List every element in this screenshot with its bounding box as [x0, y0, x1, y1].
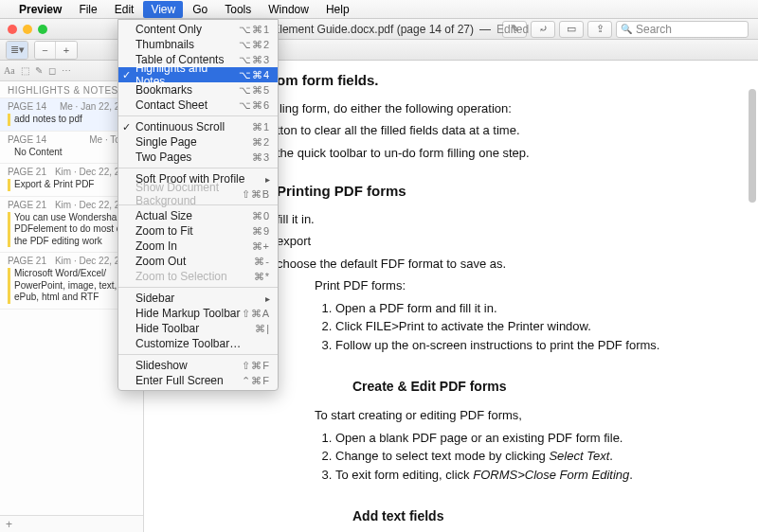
menu-item[interactable]: Two Pages⌘3: [118, 150, 278, 165]
menu-item-shortcut: ⌥⌘2: [239, 39, 270, 51]
menu-item-shortcut: ⌥⌘1: [239, 24, 270, 36]
menu-help[interactable]: Help: [318, 1, 357, 18]
menu-separator: [118, 354, 278, 355]
body-text: lling form, do either the following oper…: [277, 99, 730, 118]
menu-item-shortcut: ⇧⌘F: [242, 360, 270, 372]
highlight-button[interactable]: ▭: [559, 21, 584, 38]
menu-item-shortcut: ⇧⌘B: [242, 188, 270, 201]
sidebar-toggle-icon[interactable]: ≣▾: [7, 42, 27, 59]
menu-edit[interactable]: Edit: [107, 1, 142, 18]
menu-item-label: Bookmarks: [135, 83, 192, 97]
menu-item[interactable]: Slideshow⇧⌘F: [118, 358, 278, 373]
search-icon: 🔍: [621, 24, 632, 34]
share-button[interactable]: ⇪: [587, 21, 612, 38]
menu-item-shortcut: ⌘*: [254, 271, 270, 283]
menu-item[interactable]: Bookmarks⌥⌘5: [118, 82, 278, 98]
close-window-button[interactable]: [8, 25, 17, 34]
vertical-scrollbar[interactable]: [749, 89, 756, 203]
menu-item-shortcut: ⌥⌘4: [239, 69, 270, 81]
zoom-out-icon[interactable]: −: [35, 42, 56, 59]
menu-item[interactable]: Hide Toolbar⌘|: [118, 321, 278, 336]
menu-item[interactable]: Content Only⌥⌘1: [118, 22, 278, 37]
zoom-window-button[interactable]: [38, 25, 47, 34]
menu-view[interactable]: View: [143, 1, 183, 18]
menu-item[interactable]: Thumbnails⌥⌘2: [118, 37, 278, 52]
view-mode-segment[interactable]: ≣▾: [6, 41, 28, 60]
note-text: No Content: [8, 147, 135, 159]
list-item: Follow up the on-screen instructions to …: [335, 336, 730, 355]
note-page: PAGE 21: [8, 200, 46, 210]
menu-item[interactable]: Zoom In⌘+: [118, 239, 278, 254]
menu-item[interactable]: Highlights and Notes⌥⌘4: [118, 67, 278, 82]
menu-item-label: Sidebar: [135, 292, 174, 305]
zoom-segment[interactable]: − +: [34, 41, 78, 60]
pencil-tool-icon[interactable]: ✎: [35, 65, 43, 76]
menu-item[interactable]: Actual Size⌘0: [118, 208, 278, 223]
note-text: Export & Print PDF: [8, 179, 135, 191]
list-item: Change to select text mode by clicking S…: [335, 447, 730, 466]
menu-item-shortcut: ⌘9: [252, 225, 270, 238]
menu-item-shortcut: ⌘|: [255, 323, 270, 335]
note-page: PAGE 14: [8, 101, 46, 112]
traffic-lights: [8, 25, 47, 34]
heading-printing-pdf-forms: Printing PDF forms: [277, 181, 730, 203]
note-text: You can use Wondershare PDFelement to do…: [8, 212, 135, 248]
more-tools-icon[interactable]: ⋯: [62, 65, 71, 76]
app-name[interactable]: Preview: [13, 1, 67, 18]
menu-item-label: Hide Markup Toolbar: [135, 307, 241, 320]
menu-item-shortcut: ⌥⌘6: [239, 99, 270, 112]
menu-item: Zoom to Selection⌘*: [118, 269, 278, 284]
menu-item-shortcut: ⌃⌘F: [242, 375, 270, 387]
menu-item-label: Thumbnails: [135, 38, 194, 51]
menu-item[interactable]: Zoom Out⌘-: [118, 254, 278, 269]
shapes-tool-icon[interactable]: ◻: [48, 65, 56, 76]
menu-separator: [118, 168, 278, 168]
markup-toolbar-button[interactable]: ✎: [502, 21, 527, 38]
rotate-button[interactable]: ⤾: [531, 21, 555, 38]
add-page-button[interactable]: +: [0, 515, 143, 532]
menu-item[interactable]: Hide Markup Toolbar⇧⌘A: [118, 306, 278, 321]
menu-item-label: Content Only: [135, 23, 202, 36]
ordered-list: Open a blank PDF page or an existing PDF…: [335, 429, 730, 485]
menu-item[interactable]: Contact Sheet⌥⌘6: [118, 98, 278, 113]
menu-item-shortcut: ⌥⌘5: [239, 84, 270, 97]
menu-item-shortcut: ⌘2: [252, 136, 270, 149]
menu-item-label: Actual Size: [135, 209, 192, 222]
menu-item-shortcut: ⇧⌘A: [242, 308, 270, 320]
menu-item[interactable]: Single Page⌘2: [118, 134, 278, 150]
menu-file[interactable]: File: [71, 1, 104, 18]
heading-create-edit: Create & Edit PDF forms: [352, 377, 730, 397]
heading-form-fields: om form fields.: [277, 70, 730, 92]
menu-item-shortcut: ⌥⌘3: [239, 54, 270, 66]
menu-item[interactable]: Customize Toolbar…: [118, 336, 278, 351]
menu-item[interactable]: Zoom to Fit⌘9: [118, 223, 278, 239]
list-item: Click FILE>Print to activate the Printer…: [335, 317, 730, 336]
menu-item-label: Zoom to Selection: [135, 270, 227, 283]
menu-item-shortcut: ⌘3: [252, 151, 270, 164]
menu-window[interactable]: Window: [261, 1, 316, 18]
menu-tools[interactable]: Tools: [217, 1, 259, 18]
note-page: PAGE 21: [8, 256, 46, 266]
menu-go[interactable]: Go: [185, 1, 215, 18]
menu-item-label: Show Document Background: [135, 181, 242, 207]
system-menubar: Preview File Edit View Go Tools Window H…: [0, 0, 758, 19]
list-item: To exit form editing, click FORMS>Close …: [335, 466, 730, 485]
window-title: PDF Element Guide.docx.pdf (page 14 of 2…: [246, 23, 474, 36]
menu-item: Show Document Background⇧⌘B: [118, 186, 278, 202]
menu-item[interactable]: Sidebar: [118, 291, 278, 306]
menu-item[interactable]: Continuous Scroll⌘1: [118, 119, 278, 134]
minimize-window-button[interactable]: [23, 25, 32, 34]
search-placeholder: Search: [636, 23, 672, 36]
title-separator: —: [479, 23, 491, 36]
window-titlebar: PDF Element Guide.docx.pdf (page 14 of 2…: [0, 19, 758, 40]
search-input[interactable]: 🔍 Search: [616, 21, 749, 38]
menu-separator: [118, 115, 278, 116]
body-text: tton to clear all the filled fields data…: [277, 121, 730, 140]
menu-item-label: Hide Toolbar: [135, 322, 199, 335]
zoom-in-icon[interactable]: +: [56, 42, 77, 59]
note-page: PAGE 21: [8, 167, 46, 177]
selection-tool-icon[interactable]: ⬚: [21, 65, 29, 76]
menu-item[interactable]: Enter Full Screen⌃⌘F: [118, 373, 278, 388]
body-text: export: [277, 232, 730, 251]
text-style-icon[interactable]: Aa: [4, 65, 15, 76]
